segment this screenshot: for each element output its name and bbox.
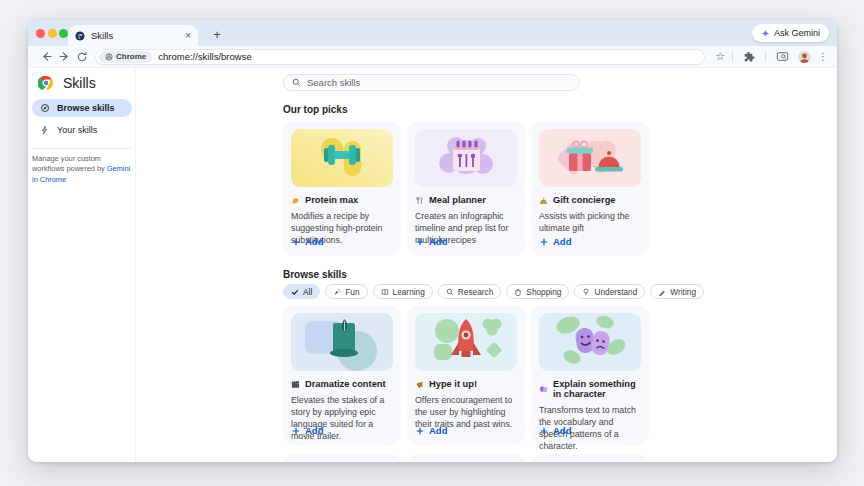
skill-title: Gift concierge <box>553 195 616 205</box>
chip-label: Writing <box>670 287 696 297</box>
maximize-window-button[interactable] <box>59 29 68 38</box>
back-button[interactable] <box>37 49 55 65</box>
add-skill-button[interactable]: Add <box>540 425 571 436</box>
dramatize-content-illustration <box>291 313 393 371</box>
clapperboard-icon <box>291 380 300 389</box>
pen-icon <box>658 288 666 296</box>
url-text: chrome://skills/browse <box>158 51 251 62</box>
hype-it-up-illustration <box>415 313 517 371</box>
sidebar-item-your-skills[interactable]: Your skills <box>32 121 132 139</box>
bookmark-star-icon[interactable]: ☆ <box>715 51 725 62</box>
add-label: Add <box>553 425 571 436</box>
filter-chip-writing[interactable]: Writing <box>650 284 704 299</box>
chip-label: Research <box>458 287 494 297</box>
skill-card-dramatize-content[interactable]: Dramatize content Elevates the stakes of… <box>283 305 401 445</box>
filter-chip-shopping[interactable]: Shopping <box>506 284 569 299</box>
footer-text: Manage your custom workflows powered by <box>32 154 107 173</box>
url-chip-label: Chrome <box>116 52 146 61</box>
tab-strip: Skills × + Ask Gemini <box>28 20 837 46</box>
sidebar-footer-text: Manage your custom workflows powered by … <box>32 154 135 185</box>
bell-icon <box>539 196 548 205</box>
gemini-spark-icon <box>761 29 770 38</box>
lightbulb-icon <box>582 288 590 296</box>
compass-icon <box>40 103 50 113</box>
add-skill-button[interactable]: Add <box>416 425 447 436</box>
close-window-button[interactable] <box>36 29 45 38</box>
search-bar[interactable] <box>283 74 580 91</box>
skill-card-partial[interactable] <box>407 454 525 462</box>
add-label: Add <box>429 425 447 436</box>
filter-chip-learning[interactable]: Learning <box>373 284 433 299</box>
add-skill-button[interactable]: Add <box>292 236 323 247</box>
browser-tab-skills[interactable]: Skills × <box>68 25 198 46</box>
check-icon <box>291 288 299 296</box>
browse-skills-heading: Browse skills <box>283 269 655 280</box>
browser-window: Skills × + Ask Gemini Chrome <box>28 20 837 462</box>
chip-label: Learning <box>393 287 425 297</box>
filter-chip-understand[interactable]: Understand <box>574 284 645 299</box>
add-skill-button[interactable]: Add <box>540 236 571 247</box>
browser-menu-icon[interactable]: ⋮ <box>818 51 828 62</box>
add-label: Add <box>429 236 447 247</box>
add-label: Add <box>305 236 323 247</box>
tab-search-panel-icon[interactable] <box>773 49 791 65</box>
confetti-icon <box>333 288 341 296</box>
toolbar-divider <box>732 51 733 62</box>
browse-skills-row: Dramatize content Elevates the stakes of… <box>283 305 655 445</box>
filter-chip-all[interactable]: All <box>283 284 320 299</box>
forward-button[interactable] <box>55 49 73 65</box>
extensions-icon[interactable] <box>740 49 758 65</box>
sidebar-divider <box>32 148 132 149</box>
add-skill-button[interactable]: Add <box>292 425 323 436</box>
skill-card-hype-it-up[interactable]: Hype it up! Offers encouragement to the … <box>407 305 525 445</box>
muscle-icon <box>291 196 300 205</box>
ask-gemini-label: Ask Gemini <box>774 28 820 38</box>
ask-gemini-button[interactable]: Ask Gemini <box>752 24 829 42</box>
search-input[interactable] <box>307 77 571 88</box>
chrome-outline-icon <box>105 53 113 61</box>
profile-avatar[interactable] <box>798 50 811 63</box>
sidebar-item-label: Your skills <box>57 125 97 135</box>
add-skill-button[interactable]: Add <box>416 236 447 247</box>
skill-card-protein-max[interactable]: Protein max Modifies a recipe by suggest… <box>283 121 401 256</box>
app-header: Skills <box>38 75 96 91</box>
filter-chips: All Fun Learning Research Shopping <box>283 284 655 299</box>
reload-button[interactable] <box>73 49 91 65</box>
search-icon <box>292 78 301 87</box>
chip-label: Understand <box>594 287 637 297</box>
chip-label: Shopping <box>526 287 561 297</box>
skill-card-explain-in-character[interactable]: Explain something in character Transform… <box>531 305 649 445</box>
tab-title: Skills <box>91 30 113 41</box>
add-label: Add <box>553 236 571 247</box>
sidebar-item-browse-skills[interactable]: Browse skills <box>32 99 132 117</box>
top-picks-heading: Our top picks <box>283 104 655 115</box>
filter-chip-research[interactable]: Research <box>438 284 502 299</box>
chip-label: Fun <box>345 287 359 297</box>
skill-title: Explain something in character <box>553 379 641 399</box>
tab-favicon-icon <box>75 31 85 41</box>
page-content: Skills Browse skills Your skills Manage … <box>28 68 837 462</box>
top-picks-row: Protein max Modifies a recipe by suggest… <box>283 121 655 256</box>
skill-title: Hype it up! <box>429 379 477 389</box>
close-tab-icon[interactable]: × <box>185 31 191 41</box>
explain-in-character-illustration <box>539 313 641 371</box>
skill-card-partial[interactable] <box>283 454 401 462</box>
protein-max-illustration <box>291 129 393 187</box>
shopping-bag-icon <box>514 288 522 296</box>
skill-card-gift-concierge[interactable]: Gift concierge Assists with picking the … <box>531 121 649 256</box>
masks-icon <box>539 385 548 394</box>
partial-card-row <box>283 454 655 462</box>
page-title: Skills <box>63 75 96 91</box>
url-bar[interactable]: Chrome chrome://skills/browse <box>95 49 705 65</box>
url-origin-chip[interactable]: Chrome <box>99 51 152 63</box>
chip-label: All <box>303 287 312 297</box>
skill-card-meal-planner[interactable]: Meal planner Creates an infographic time… <box>407 121 525 256</box>
gift-concierge-illustration <box>539 129 641 187</box>
skill-title: Dramatize content <box>305 379 386 389</box>
filter-chip-fun[interactable]: Fun <box>325 284 367 299</box>
skill-description: Assists with picking the ultimate gift <box>539 210 641 234</box>
add-label: Add <box>305 425 323 436</box>
minimize-window-button[interactable] <box>48 29 57 38</box>
skill-card-partial[interactable] <box>531 454 649 462</box>
new-tab-button[interactable]: + <box>208 25 226 43</box>
